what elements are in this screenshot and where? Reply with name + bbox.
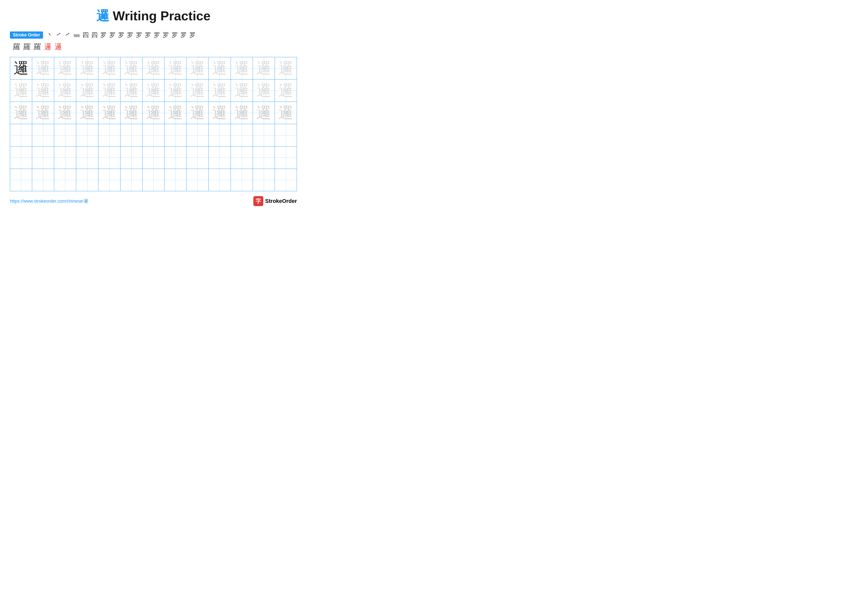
stroke-1: 丶 [46,31,54,39]
cell-2-1[interactable]: 邏 [10,79,32,101]
cell-3-13[interactable]: 邏 [275,102,297,124]
cell-1-3[interactable]: 邏 [54,57,76,79]
cell-6-10[interactable] [209,169,231,191]
cell-5-6[interactable] [121,147,143,169]
cell-5-5[interactable] [98,147,121,169]
cell-4-4[interactable] [76,124,98,146]
cell-6-7[interactable] [143,169,164,191]
cell-6-8[interactable] [164,169,186,191]
cell-5-7[interactable] [143,147,164,169]
cell-6-3[interactable] [54,169,76,191]
cell-4-8[interactable] [164,124,186,146]
cell-2-8[interactable]: 邏 [164,79,186,101]
cell-2-2[interactable]: 邏 [32,79,54,101]
cell-1-11[interactable]: 邏 [231,57,253,79]
cell-1-9[interactable]: 邏 [186,57,209,79]
cell-6-6[interactable] [121,169,143,191]
stroke-6: 四 [91,31,98,39]
stroke-14: 罗 [162,31,170,39]
char-light: 邏 [36,61,51,76]
cell-2-9[interactable]: 邏 [186,79,209,101]
cell-6-1[interactable] [10,169,32,191]
cell-5-3[interactable] [54,147,76,169]
cell-2-12[interactable]: 邏 [253,79,275,101]
stroke-15: 罗 [171,31,179,39]
footer-url[interactable]: https://www.strokeorder.com/chinese/邏 [10,198,88,204]
practice-grid: 邏 邏 邏 邏 邏 邏 邏 邏 邏 邏 邏 邏 邏 邏 邏 邏 邏 邏 邏 邏 … [10,57,297,191]
cell-4-10[interactable] [209,124,231,146]
cell-2-5[interactable]: 邏 [98,79,121,101]
cell-3-8[interactable]: 邏 [164,102,186,124]
cell-3-12[interactable]: 邏 [253,102,275,124]
stroke-22: 邏 [53,42,63,52]
grid-row-6 [10,169,297,191]
cell-5-13[interactable] [275,147,297,169]
stroke-order-section: Stroke Order 丶 ㇒ ㇒ ㎜ 四 四 罗 罗 罗 罗 罗 罗 罗 罗… [10,31,297,39]
cell-2-3[interactable]: 邏 [54,79,76,101]
cell-1-2[interactable]: 邏 [32,57,54,79]
cell-1-4[interactable]: 邏 [76,57,98,79]
stroke-8: 罗 [108,31,116,39]
char-light: 邏 [190,61,205,76]
cell-4-7[interactable] [143,124,164,146]
cell-4-9[interactable] [186,124,209,146]
cell-2-11[interactable]: 邏 [231,79,253,101]
cell-3-5[interactable]: 邏 [98,102,121,124]
cell-6-12[interactable] [253,169,275,191]
cell-3-10[interactable]: 邏 [209,102,231,124]
cell-4-1[interactable] [10,124,32,146]
cell-6-4[interactable] [76,169,98,191]
cell-2-7[interactable]: 邏 [143,79,164,101]
cell-1-13[interactable]: 邏 [275,57,297,79]
title-text: Writing Practice [109,9,210,23]
cell-6-5[interactable] [98,169,121,191]
cell-6-9[interactable] [186,169,209,191]
cell-3-2[interactable]: 邏 [32,102,54,124]
cell-3-9[interactable]: 邏 [186,102,209,124]
cell-4-13[interactable] [275,124,297,146]
cell-2-6[interactable]: 邏 [121,79,143,101]
char-light: 邏 [102,61,117,76]
cell-2-13[interactable]: 邏 [275,79,297,101]
cell-3-4[interactable]: 邏 [76,102,98,124]
char-light: 邏 [168,61,183,76]
cell-5-1[interactable] [10,147,32,169]
cell-4-11[interactable] [231,124,253,146]
cell-6-2[interactable] [32,169,54,191]
cell-4-12[interactable] [253,124,275,146]
cell-4-6[interactable] [121,124,143,146]
cell-1-10[interactable]: 邏 [209,57,231,79]
cell-3-11[interactable]: 邏 [231,102,253,124]
cell-5-8[interactable] [164,147,186,169]
cell-5-4[interactable] [76,147,98,169]
cell-3-7[interactable]: 邏 [143,102,164,124]
cell-1-8[interactable]: 邏 [164,57,186,79]
page-title: 邏 Writing Practice [10,8,297,25]
cell-3-1[interactable]: 邏 [10,102,32,124]
cell-5-10[interactable] [209,147,231,169]
cell-2-4[interactable]: 邏 [76,79,98,101]
cell-5-9[interactable] [186,147,209,169]
cell-3-3[interactable]: 邏 [54,102,76,124]
stroke-4: ㎜ [73,31,81,39]
cell-5-12[interactable] [253,147,275,169]
cell-1-6[interactable]: 邏 [121,57,143,79]
cell-6-13[interactable] [275,169,297,191]
cell-4-2[interactable] [32,124,54,146]
cell-4-5[interactable] [98,124,121,146]
char-light: 邏 [57,61,73,76]
cell-3-6[interactable]: 邏 [121,102,143,124]
stroke-18: 羅 [12,42,21,52]
stroke-9: 罗 [117,31,125,39]
cell-5-2[interactable] [32,147,54,169]
cell-2-10[interactable]: 邏 [209,79,231,101]
cell-4-3[interactable] [54,124,76,146]
cell-1-1[interactable]: 邏 [10,57,32,79]
cell-1-7[interactable]: 邏 [143,57,164,79]
cell-1-12[interactable]: 邏 [253,57,275,79]
cell-5-11[interactable] [231,147,253,169]
char-light: 邏 [124,61,139,76]
cell-6-11[interactable] [231,169,253,191]
stroke-10: 罗 [126,31,134,39]
cell-1-5[interactable]: 邏 [98,57,121,79]
